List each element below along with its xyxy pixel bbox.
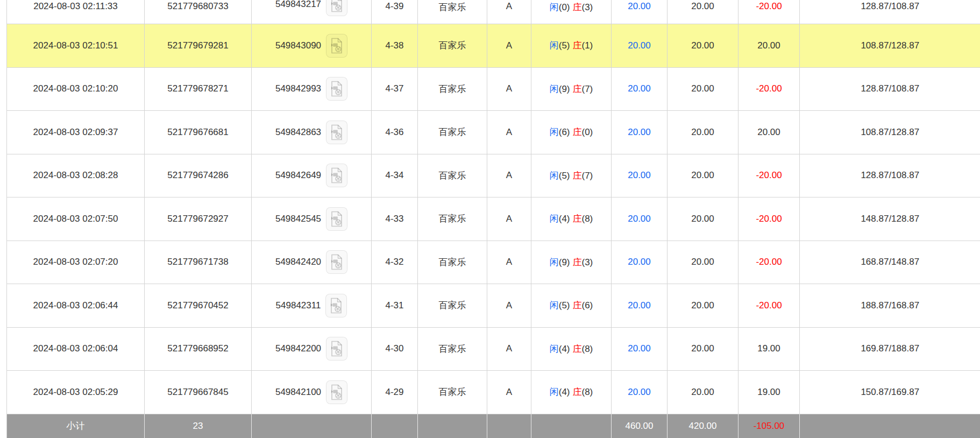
round-id-cell: 549842545 xyxy=(252,197,372,241)
bet-time-cell: 2024-08-03 02:07:20 xyxy=(7,241,145,284)
bet-amount-cell: 20.00 xyxy=(612,197,667,241)
subtotal-balance-cell xyxy=(800,414,980,438)
win-loss-value: -20.00 xyxy=(756,0,782,12)
bet-amount-link[interactable]: 20.00 xyxy=(628,40,651,51)
bet-amount-link[interactable]: 20.00 xyxy=(628,170,651,180)
bet-time-cell: 2024-08-03 02:07:50 xyxy=(7,197,145,241)
bet-record-row[interactable]: 2024-08-03 02:08:28 521779674286 5498426… xyxy=(7,154,980,197)
table-name-cell: A xyxy=(487,327,531,371)
bet-record-row[interactable]: 2024-08-03 02:06:04 521779668952 5498422… xyxy=(7,327,980,371)
video-replay-button[interactable] xyxy=(326,207,347,231)
bet-record-row[interactable]: 2024-08-03 02:10:20 521779678271 5498429… xyxy=(7,67,980,111)
video-replay-button[interactable] xyxy=(326,77,347,101)
round-no: 4-36 xyxy=(385,127,403,137)
round-id-wrap: 549843090 xyxy=(252,24,371,67)
result-cell: 闲(0)庄(3) xyxy=(531,0,612,24)
bet-amount-link[interactable]: 20.00 xyxy=(628,127,651,137)
table-name: A xyxy=(506,0,512,12)
bet-amount-link[interactable]: 20.00 xyxy=(628,83,651,94)
banker-result: 庄(0) xyxy=(573,127,593,137)
bet-amount-link[interactable]: 20.00 xyxy=(628,214,651,224)
balance-cell: 169.87/188.87 xyxy=(800,327,980,371)
subtotal-valid-total-cell: 420.00 xyxy=(667,414,738,438)
bet-record-row[interactable]: 2024-08-03 02:06:44 521779670452 5498423… xyxy=(7,284,980,328)
bet-record-row[interactable]: 2024-08-03 02:09:37 521779676681 5498428… xyxy=(7,111,980,154)
player-result: 闲(6) xyxy=(550,127,570,137)
bet-record-row[interactable]: 2024-08-03 02:10:51 521779679281 5498430… xyxy=(7,24,980,68)
bet-record-row[interactable]: 2024-08-03 02:11:33 521779680733 5498432… xyxy=(7,0,980,24)
game-name-cell: 百家乐 xyxy=(418,24,487,68)
result-text: 闲(9)庄(3) xyxy=(550,257,593,267)
bet-amount-cell: 20.00 xyxy=(612,111,667,154)
balance-value: 108.87/128.87 xyxy=(861,127,919,137)
game-name: 百家乐 xyxy=(439,171,466,181)
video-replay-button[interactable] xyxy=(326,337,347,361)
bet-record-row[interactable]: 2024-08-03 02:07:50 521779672927 5498425… xyxy=(7,197,980,241)
video-replay-button[interactable] xyxy=(326,164,347,187)
bet-time: 2024-08-03 02:05:29 xyxy=(33,387,118,397)
round-id: 549843217 xyxy=(275,0,321,10)
round-id: 549842200 xyxy=(275,343,321,354)
result-cell: 闲(9)庄(3) xyxy=(531,241,612,284)
result-text: 闲(9)庄(7) xyxy=(550,84,593,94)
game-name-cell: 百家乐 xyxy=(418,0,487,24)
video-replay-button[interactable] xyxy=(325,294,347,317)
bet-time-cell: 2024-08-03 02:10:51 xyxy=(7,24,145,68)
banker-result: 庄(8) xyxy=(573,214,593,224)
table-name-cell: A xyxy=(487,241,531,284)
table-name: A xyxy=(506,127,512,137)
balance-cell: 108.87/128.87 xyxy=(800,111,980,154)
valid-amount-cell: 20.00 xyxy=(667,0,738,24)
bet-amount-link[interactable]: 20.00 xyxy=(628,387,651,397)
video-replay-button[interactable] xyxy=(326,121,347,144)
result-cell: 闲(4)庄(8) xyxy=(531,371,612,414)
bet-id: 521779678271 xyxy=(167,83,228,94)
win-loss-cell: -20.00 xyxy=(738,0,800,24)
round-no-cell: 4-37 xyxy=(372,67,418,111)
bet-id: 521779679281 xyxy=(167,40,228,51)
win-loss-value: -20.00 xyxy=(756,300,782,310)
game-name: 百家乐 xyxy=(439,214,466,224)
valid-amount: 20.00 xyxy=(691,83,714,94)
bet-amount-cell: 20.00 xyxy=(612,0,667,24)
round-no-cell: 4-36 xyxy=(372,111,418,154)
balance-value: 188.87/168.87 xyxy=(861,300,919,310)
game-name: 百家乐 xyxy=(439,0,466,13)
video-replay-button[interactable] xyxy=(326,380,347,404)
bet-time-cell: 2024-08-03 02:05:29 xyxy=(7,371,145,414)
bet-amount-link[interactable]: 20.00 xyxy=(628,257,651,267)
video-replay-button[interactable] xyxy=(326,0,347,16)
round-id-cell: 549843090 xyxy=(252,24,372,68)
round-id-wrap: 549842420 xyxy=(252,241,371,284)
win-loss-cell: -20.00 xyxy=(738,67,800,111)
result-text: 闲(5)庄(6) xyxy=(550,300,593,310)
bet-time: 2024-08-03 02:10:20 xyxy=(33,83,118,94)
bet-amount-cell: 20.00 xyxy=(612,67,667,111)
game-name: 百家乐 xyxy=(439,84,466,94)
result-cell: 闲(4)庄(8) xyxy=(531,197,612,241)
bet-amount-link[interactable]: 20.00 xyxy=(628,0,651,12)
round-id-wrap: 549842200 xyxy=(252,328,371,371)
round-id: 549842545 xyxy=(275,214,321,224)
bet-id-cell: 521779679281 xyxy=(145,24,252,68)
bet-record-row[interactable]: 2024-08-03 02:05:29 521779667845 5498421… xyxy=(7,371,980,414)
round-id-wrap: 549842545 xyxy=(252,197,371,241)
video-file-icon xyxy=(330,38,344,54)
valid-amount: 20.00 xyxy=(691,343,714,354)
bet-record-row[interactable]: 2024-08-03 02:07:20 521779671738 5498424… xyxy=(7,241,980,284)
valid-amount: 20.00 xyxy=(691,214,714,224)
round-no: 4-32 xyxy=(385,257,403,267)
bet-amount-cell: 20.00 xyxy=(612,241,667,284)
round-id: 549842863 xyxy=(275,127,321,138)
video-replay-button[interactable] xyxy=(326,34,347,58)
video-replay-button[interactable] xyxy=(326,250,347,274)
bet-time: 2024-08-03 02:07:20 xyxy=(33,257,118,267)
bet-amount-link[interactable]: 20.00 xyxy=(628,300,651,310)
bet-amount-link[interactable]: 20.00 xyxy=(628,343,651,354)
table-name: A xyxy=(506,343,512,354)
round-id-cell: 549842863 xyxy=(252,111,372,154)
bet-id: 521779680733 xyxy=(167,0,228,12)
bet-amount-cell: 20.00 xyxy=(612,327,667,371)
win-loss-value: -20.00 xyxy=(756,83,782,94)
round-id-cell: 549842100 xyxy=(252,371,372,414)
